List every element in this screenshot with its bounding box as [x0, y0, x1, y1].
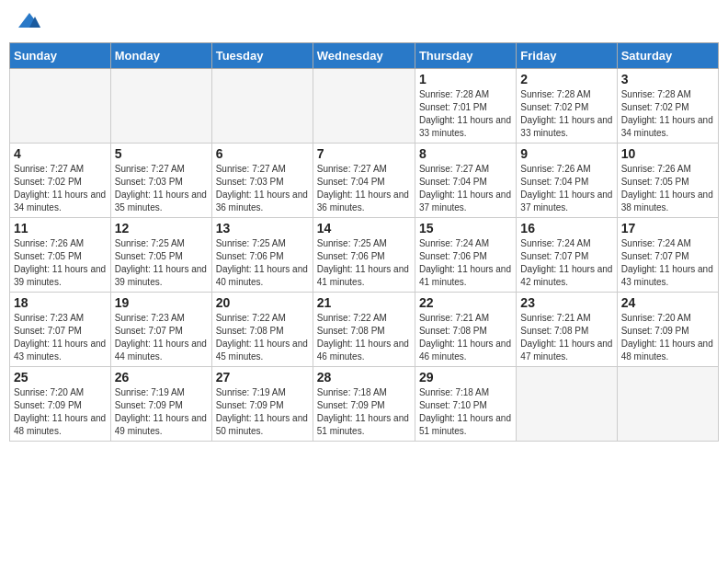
calendar-cell [313, 69, 415, 144]
day-info: Sunrise: 7:21 AMSunset: 7:08 PMDaylight:… [520, 312, 612, 363]
weekday-header-row: SundayMondayTuesdayWednesdayThursdayFrid… [10, 43, 719, 69]
day-info: Sunrise: 7:24 AMSunset: 7:07 PMDaylight:… [520, 237, 612, 289]
day-number: 12 [115, 221, 208, 236]
calendar-cell: 8Sunrise: 7:27 AMSunset: 7:04 PMDaylight… [415, 144, 516, 218]
day-number: 5 [115, 146, 208, 161]
day-number: 4 [14, 146, 107, 161]
day-number: 22 [419, 295, 512, 310]
day-info: Sunrise: 7:28 AMSunset: 7:02 PMDaylight:… [621, 88, 714, 140]
weekday-header-sunday: Sunday [10, 43, 111, 69]
calendar-cell: 25Sunrise: 7:20 AMSunset: 7:09 PMDayligh… [10, 367, 111, 442]
day-info: Sunrise: 7:24 AMSunset: 7:07 PMDaylight:… [621, 237, 714, 289]
day-info: Sunrise: 7:21 AMSunset: 7:08 PMDaylight:… [419, 312, 512, 363]
day-info: Sunrise: 7:20 AMSunset: 7:09 PMDaylight:… [621, 312, 714, 363]
calendar-cell [110, 69, 211, 144]
calendar: SundayMondayTuesdayWednesdayThursdayFrid… [9, 42, 719, 442]
day-number: 16 [520, 221, 612, 236]
day-number: 21 [317, 295, 411, 310]
day-number: 25 [14, 370, 107, 385]
calendar-cell: 26Sunrise: 7:19 AMSunset: 7:09 PMDayligh… [110, 367, 211, 442]
day-info: Sunrise: 7:18 AMSunset: 7:10 PMDaylight:… [419, 386, 512, 438]
day-number: 26 [115, 370, 208, 385]
day-info: Sunrise: 7:26 AMSunset: 7:04 PMDaylight:… [520, 163, 612, 214]
day-info: Sunrise: 7:26 AMSunset: 7:05 PMDaylight:… [621, 163, 714, 214]
calendar-week-1: 1Sunrise: 7:28 AMSunset: 7:01 PMDaylight… [10, 69, 719, 144]
calendar-week-5: 25Sunrise: 7:20 AMSunset: 7:09 PMDayligh… [10, 367, 719, 442]
calendar-cell: 17Sunrise: 7:24 AMSunset: 7:07 PMDayligh… [617, 218, 718, 293]
calendar-cell: 5Sunrise: 7:27 AMSunset: 7:03 PMDaylight… [110, 144, 211, 218]
weekday-header-thursday: Thursday [415, 43, 516, 69]
calendar-cell: 4Sunrise: 7:27 AMSunset: 7:02 PMDaylight… [10, 144, 111, 218]
day-number: 6 [216, 146, 309, 161]
calendar-cell: 15Sunrise: 7:24 AMSunset: 7:06 PMDayligh… [415, 218, 516, 293]
day-number: 14 [317, 221, 411, 236]
calendar-cell: 19Sunrise: 7:23 AMSunset: 7:07 PMDayligh… [110, 293, 211, 367]
day-info: Sunrise: 7:27 AMSunset: 7:03 PMDaylight:… [216, 163, 309, 214]
day-number: 24 [621, 295, 714, 310]
calendar-cell: 9Sunrise: 7:26 AMSunset: 7:04 PMDaylight… [517, 144, 617, 218]
day-number: 27 [216, 370, 309, 385]
day-info: Sunrise: 7:27 AMSunset: 7:04 PMDaylight:… [317, 163, 411, 214]
calendar-cell: 24Sunrise: 7:20 AMSunset: 7:09 PMDayligh… [617, 293, 718, 367]
calendar-cell: 29Sunrise: 7:18 AMSunset: 7:10 PMDayligh… [415, 367, 516, 442]
day-info: Sunrise: 7:22 AMSunset: 7:08 PMDaylight:… [216, 312, 309, 363]
calendar-cell: 20Sunrise: 7:22 AMSunset: 7:08 PMDayligh… [211, 293, 313, 367]
day-info: Sunrise: 7:28 AMSunset: 7:02 PMDaylight:… [520, 88, 612, 140]
day-number: 20 [216, 295, 309, 310]
day-info: Sunrise: 7:25 AMSunset: 7:06 PMDaylight:… [216, 237, 309, 289]
day-number: 19 [115, 295, 208, 310]
day-info: Sunrise: 7:24 AMSunset: 7:06 PMDaylight:… [419, 237, 512, 289]
day-info: Sunrise: 7:27 AMSunset: 7:04 PMDaylight:… [419, 163, 512, 214]
calendar-week-4: 18Sunrise: 7:23 AMSunset: 7:07 PMDayligh… [10, 293, 719, 367]
day-info: Sunrise: 7:20 AMSunset: 7:09 PMDaylight:… [14, 386, 107, 438]
calendar-cell [617, 367, 718, 442]
calendar-week-2: 4Sunrise: 7:27 AMSunset: 7:02 PMDaylight… [10, 144, 719, 218]
day-number: 18 [14, 295, 107, 310]
calendar-cell [211, 69, 313, 144]
day-number: 1 [419, 72, 512, 86]
day-info: Sunrise: 7:23 AMSunset: 7:07 PMDaylight:… [115, 312, 208, 363]
day-number: 2 [520, 72, 612, 86]
day-number: 9 [520, 146, 612, 161]
day-info: Sunrise: 7:23 AMSunset: 7:07 PMDaylight:… [14, 312, 107, 363]
day-number: 11 [14, 221, 107, 236]
day-info: Sunrise: 7:26 AMSunset: 7:05 PMDaylight:… [14, 237, 107, 289]
calendar-cell [517, 367, 617, 442]
day-info: Sunrise: 7:27 AMSunset: 7:02 PMDaylight:… [14, 163, 107, 214]
calendar-cell: 28Sunrise: 7:18 AMSunset: 7:09 PMDayligh… [313, 367, 415, 442]
calendar-cell: 18Sunrise: 7:23 AMSunset: 7:07 PMDayligh… [10, 293, 111, 367]
weekday-header-monday: Monday [110, 43, 211, 69]
calendar-cell: 23Sunrise: 7:21 AMSunset: 7:08 PMDayligh… [517, 293, 617, 367]
logo [13, 9, 44, 35]
day-info: Sunrise: 7:22 AMSunset: 7:08 PMDaylight:… [317, 312, 411, 363]
calendar-cell: 27Sunrise: 7:19 AMSunset: 7:09 PMDayligh… [211, 367, 313, 442]
calendar-cell [10, 69, 111, 144]
calendar-cell: 13Sunrise: 7:25 AMSunset: 7:06 PMDayligh… [211, 218, 313, 293]
day-number: 23 [520, 295, 612, 310]
calendar-cell: 14Sunrise: 7:25 AMSunset: 7:06 PMDayligh… [313, 218, 415, 293]
calendar-cell: 2Sunrise: 7:28 AMSunset: 7:02 PMDaylight… [517, 69, 617, 144]
day-info: Sunrise: 7:18 AMSunset: 7:09 PMDaylight:… [317, 386, 411, 438]
weekday-header-tuesday: Tuesday [211, 43, 313, 69]
calendar-cell: 16Sunrise: 7:24 AMSunset: 7:07 PMDayligh… [517, 218, 617, 293]
calendar-cell: 12Sunrise: 7:25 AMSunset: 7:05 PMDayligh… [110, 218, 211, 293]
weekday-header-wednesday: Wednesday [313, 43, 415, 69]
calendar-cell: 10Sunrise: 7:26 AMSunset: 7:05 PMDayligh… [617, 144, 718, 218]
calendar-cell: 21Sunrise: 7:22 AMSunset: 7:08 PMDayligh… [313, 293, 415, 367]
day-number: 15 [419, 221, 512, 236]
day-number: 17 [621, 221, 714, 236]
header [9, 9, 719, 35]
calendar-cell: 11Sunrise: 7:26 AMSunset: 7:05 PMDayligh… [10, 218, 111, 293]
calendar-cell: 1Sunrise: 7:28 AMSunset: 7:01 PMDaylight… [415, 69, 516, 144]
calendar-cell: 7Sunrise: 7:27 AMSunset: 7:04 PMDaylight… [313, 144, 415, 218]
day-info: Sunrise: 7:25 AMSunset: 7:06 PMDaylight:… [317, 237, 411, 289]
calendar-cell: 3Sunrise: 7:28 AMSunset: 7:02 PMDaylight… [617, 69, 718, 144]
calendar-week-3: 11Sunrise: 7:26 AMSunset: 7:05 PMDayligh… [10, 218, 719, 293]
day-number: 7 [317, 146, 411, 161]
day-number: 28 [317, 370, 411, 385]
day-number: 13 [216, 221, 309, 236]
day-number: 10 [621, 146, 714, 161]
day-info: Sunrise: 7:27 AMSunset: 7:03 PMDaylight:… [115, 163, 208, 214]
logo-icon [17, 9, 42, 35]
calendar-cell: 6Sunrise: 7:27 AMSunset: 7:03 PMDaylight… [211, 144, 313, 218]
